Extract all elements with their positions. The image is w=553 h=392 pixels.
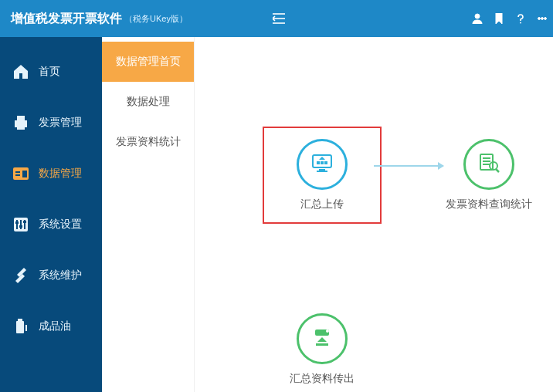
svg-point-7: [545, 18, 547, 20]
svg-point-39: [326, 329, 329, 333]
svg-line-37: [496, 169, 499, 172]
sidebar-item-data[interactable]: 数据管理: [0, 148, 102, 199]
home-icon: [11, 62, 31, 82]
svg-rect-24: [25, 325, 27, 331]
svg-rect-10: [17, 125, 25, 130]
svg-rect-9: [17, 116, 25, 120]
submenu: 数据管理首页 数据处理 发票资料统计: [102, 37, 195, 392]
export-icon: [308, 323, 336, 354]
card-summary-upload[interactable]: 汇总上传: [272, 139, 372, 211]
card-label: 汇总资料传出: [272, 372, 372, 386]
help-icon[interactable]: [510, 8, 531, 29]
sidebar-item-settings[interactable]: 系统设置: [0, 199, 102, 250]
submenu-item-data-proc[interactable]: 数据处理: [102, 82, 194, 122]
bookmark-icon[interactable]: [488, 8, 510, 29]
sidebar-item-invoice[interactable]: 发票管理: [0, 97, 102, 148]
sidebar-item-label: 发票管理: [39, 116, 82, 130]
svg-rect-12: [15, 171, 20, 173]
sidebar-item-label: 首页: [39, 65, 60, 79]
svg-rect-20: [19, 225, 22, 228]
svg-rect-23: [18, 319, 22, 321]
svg-rect-19: [15, 221, 19, 224]
submenu-item-data-home[interactable]: 数据管理首页: [102, 42, 194, 82]
svg-rect-21: [23, 221, 26, 223]
sidebar-item-label: 数据管理: [39, 167, 82, 181]
app-subtitle: （税务UKey版）: [124, 13, 188, 25]
sidebar-item-maint[interactable]: 系统维护: [0, 250, 102, 301]
svg-point-5: [538, 18, 541, 20]
flow-arrow: [374, 165, 443, 167]
printer-icon: [11, 113, 31, 133]
svg-rect-30: [321, 161, 324, 164]
svg-rect-17: [20, 220, 22, 229]
svg-point-6: [541, 18, 544, 20]
svg-rect-31: [324, 161, 327, 164]
svg-rect-29: [317, 161, 320, 164]
sidebar: 首页 发票管理 数据管理 系统设置 系统维护: [0, 37, 102, 392]
sidebar-item-label: 系统设置: [39, 218, 82, 231]
sidebar-toggle-button[interactable]: [268, 8, 290, 29]
svg-rect-27: [317, 171, 327, 172]
tools-icon: [11, 265, 31, 286]
sliders-icon: [11, 215, 31, 235]
svg-rect-22: [16, 321, 24, 333]
svg-point-3: [475, 14, 480, 19]
title-bar: 增值税发票开票软件 （税务UKey版）: [0, 0, 553, 37]
svg-rect-16: [16, 220, 18, 229]
upload-monitor-icon: [308, 149, 336, 180]
data-icon: [11, 164, 31, 184]
card-label: 汇总上传: [272, 198, 372, 211]
svg-marker-40: [317, 337, 327, 342]
svg-marker-28: [319, 157, 325, 160]
card-summary-export[interactable]: 汇总资料传出: [272, 313, 372, 386]
card-invoice-query[interactable]: 发票资料查询统计: [439, 139, 539, 211]
sidebar-item-label: 成品油: [39, 319, 71, 333]
sidebar-item-home[interactable]: 首页: [0, 46, 102, 97]
svg-rect-26: [319, 169, 325, 171]
oil-icon: [11, 316, 31, 336]
svg-point-4: [520, 22, 521, 24]
sidebar-item-label: 系统维护: [39, 269, 82, 282]
document-search-icon: [475, 149, 503, 180]
app-title: 增值税发票开票软件: [0, 11, 122, 27]
sidebar-item-oil[interactable]: 成品油: [0, 301, 102, 352]
svg-rect-14: [22, 171, 27, 177]
submenu-item-data-stats[interactable]: 发票资料统计: [102, 122, 194, 162]
more-icon[interactable]: [531, 8, 553, 29]
card-label: 发票资料查询统计: [439, 198, 539, 211]
svg-rect-41: [316, 343, 328, 346]
svg-rect-13: [15, 174, 20, 176]
main-content: 汇总上传 发票资料查询统计: [195, 37, 553, 392]
user-icon[interactable]: [466, 8, 488, 29]
